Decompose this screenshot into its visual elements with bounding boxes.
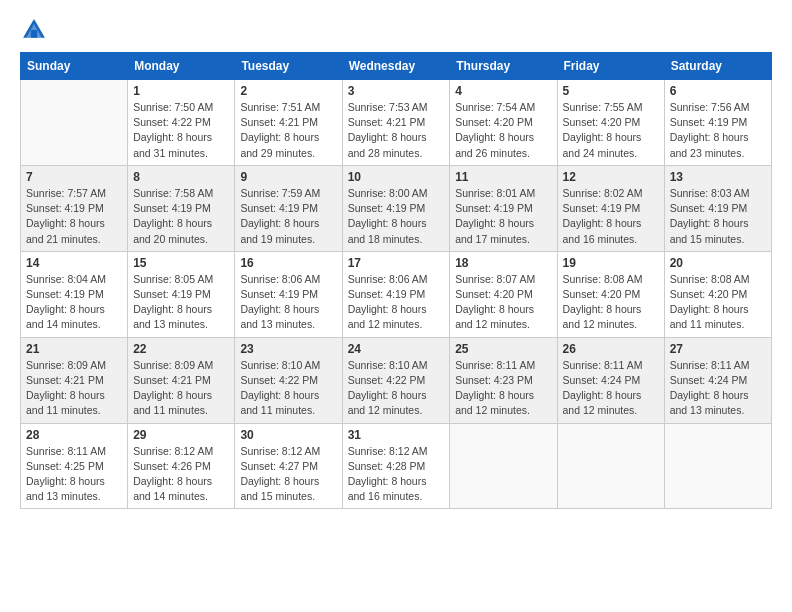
day-info: Sunrise: 7:54 AMSunset: 4:20 PMDaylight:… xyxy=(455,100,551,161)
day-info: Sunrise: 8:11 AMSunset: 4:23 PMDaylight:… xyxy=(455,358,551,419)
day-cell: 16Sunrise: 8:06 AMSunset: 4:19 PMDayligh… xyxy=(235,251,342,337)
day-cell: 25Sunrise: 8:11 AMSunset: 4:23 PMDayligh… xyxy=(450,337,557,423)
day-info: Sunrise: 8:11 AMSunset: 4:25 PMDaylight:… xyxy=(26,444,122,505)
day-cell: 30Sunrise: 8:12 AMSunset: 4:27 PMDayligh… xyxy=(235,423,342,509)
day-cell: 26Sunrise: 8:11 AMSunset: 4:24 PMDayligh… xyxy=(557,337,664,423)
day-number: 30 xyxy=(240,428,336,442)
week-row-3: 14Sunrise: 8:04 AMSunset: 4:19 PMDayligh… xyxy=(21,251,772,337)
day-info: Sunrise: 8:11 AMSunset: 4:24 PMDaylight:… xyxy=(670,358,766,419)
day-info: Sunrise: 8:12 AMSunset: 4:28 PMDaylight:… xyxy=(348,444,445,505)
day-number: 29 xyxy=(133,428,229,442)
day-info: Sunrise: 8:11 AMSunset: 4:24 PMDaylight:… xyxy=(563,358,659,419)
svg-rect-2 xyxy=(31,30,37,38)
day-info: Sunrise: 8:05 AMSunset: 4:19 PMDaylight:… xyxy=(133,272,229,333)
day-cell: 19Sunrise: 8:08 AMSunset: 4:20 PMDayligh… xyxy=(557,251,664,337)
header-thursday: Thursday xyxy=(450,53,557,80)
day-cell: 4Sunrise: 7:54 AMSunset: 4:20 PMDaylight… xyxy=(450,80,557,166)
day-cell: 10Sunrise: 8:00 AMSunset: 4:19 PMDayligh… xyxy=(342,165,450,251)
day-number: 27 xyxy=(670,342,766,356)
day-info: Sunrise: 8:06 AMSunset: 4:19 PMDaylight:… xyxy=(240,272,336,333)
day-number: 15 xyxy=(133,256,229,270)
day-cell: 22Sunrise: 8:09 AMSunset: 4:21 PMDayligh… xyxy=(128,337,235,423)
day-cell xyxy=(664,423,771,509)
day-cell: 14Sunrise: 8:04 AMSunset: 4:19 PMDayligh… xyxy=(21,251,128,337)
day-info: Sunrise: 8:09 AMSunset: 4:21 PMDaylight:… xyxy=(26,358,122,419)
day-cell: 20Sunrise: 8:08 AMSunset: 4:20 PMDayligh… xyxy=(664,251,771,337)
day-number: 21 xyxy=(26,342,122,356)
day-cell: 15Sunrise: 8:05 AMSunset: 4:19 PMDayligh… xyxy=(128,251,235,337)
day-cell: 17Sunrise: 8:06 AMSunset: 4:19 PMDayligh… xyxy=(342,251,450,337)
day-number: 12 xyxy=(563,170,659,184)
day-number: 9 xyxy=(240,170,336,184)
day-info: Sunrise: 8:10 AMSunset: 4:22 PMDaylight:… xyxy=(348,358,445,419)
day-number: 8 xyxy=(133,170,229,184)
day-number: 5 xyxy=(563,84,659,98)
day-number: 22 xyxy=(133,342,229,356)
day-cell: 7Sunrise: 7:57 AMSunset: 4:19 PMDaylight… xyxy=(21,165,128,251)
day-cell: 23Sunrise: 8:10 AMSunset: 4:22 PMDayligh… xyxy=(235,337,342,423)
day-number: 23 xyxy=(240,342,336,356)
day-cell: 18Sunrise: 8:07 AMSunset: 4:20 PMDayligh… xyxy=(450,251,557,337)
day-info: Sunrise: 8:03 AMSunset: 4:19 PMDaylight:… xyxy=(670,186,766,247)
day-info: Sunrise: 8:01 AMSunset: 4:19 PMDaylight:… xyxy=(455,186,551,247)
day-cell xyxy=(450,423,557,509)
day-number: 11 xyxy=(455,170,551,184)
calendar-header-row: SundayMondayTuesdayWednesdayThursdayFrid… xyxy=(21,53,772,80)
header-sunday: Sunday xyxy=(21,53,128,80)
day-cell: 21Sunrise: 8:09 AMSunset: 4:21 PMDayligh… xyxy=(21,337,128,423)
day-cell: 6Sunrise: 7:56 AMSunset: 4:19 PMDaylight… xyxy=(664,80,771,166)
day-number: 6 xyxy=(670,84,766,98)
day-number: 2 xyxy=(240,84,336,98)
day-number: 18 xyxy=(455,256,551,270)
day-cell: 13Sunrise: 8:03 AMSunset: 4:19 PMDayligh… xyxy=(664,165,771,251)
day-info: Sunrise: 8:09 AMSunset: 4:21 PMDaylight:… xyxy=(133,358,229,419)
day-cell: 24Sunrise: 8:10 AMSunset: 4:22 PMDayligh… xyxy=(342,337,450,423)
day-info: Sunrise: 8:04 AMSunset: 4:19 PMDaylight:… xyxy=(26,272,122,333)
header-saturday: Saturday xyxy=(664,53,771,80)
day-number: 7 xyxy=(26,170,122,184)
day-info: Sunrise: 7:59 AMSunset: 4:19 PMDaylight:… xyxy=(240,186,336,247)
day-info: Sunrise: 7:58 AMSunset: 4:19 PMDaylight:… xyxy=(133,186,229,247)
day-info: Sunrise: 8:08 AMSunset: 4:20 PMDaylight:… xyxy=(563,272,659,333)
day-number: 31 xyxy=(348,428,445,442)
week-row-2: 7Sunrise: 7:57 AMSunset: 4:19 PMDaylight… xyxy=(21,165,772,251)
day-number: 17 xyxy=(348,256,445,270)
header-friday: Friday xyxy=(557,53,664,80)
day-cell: 2Sunrise: 7:51 AMSunset: 4:21 PMDaylight… xyxy=(235,80,342,166)
logo-icon xyxy=(20,16,48,44)
day-info: Sunrise: 8:12 AMSunset: 4:27 PMDaylight:… xyxy=(240,444,336,505)
week-row-5: 28Sunrise: 8:11 AMSunset: 4:25 PMDayligh… xyxy=(21,423,772,509)
calendar-table: SundayMondayTuesdayWednesdayThursdayFrid… xyxy=(20,52,772,509)
day-cell: 27Sunrise: 8:11 AMSunset: 4:24 PMDayligh… xyxy=(664,337,771,423)
week-row-1: 1Sunrise: 7:50 AMSunset: 4:22 PMDaylight… xyxy=(21,80,772,166)
day-cell: 3Sunrise: 7:53 AMSunset: 4:21 PMDaylight… xyxy=(342,80,450,166)
day-number: 25 xyxy=(455,342,551,356)
day-info: Sunrise: 7:57 AMSunset: 4:19 PMDaylight:… xyxy=(26,186,122,247)
day-number: 13 xyxy=(670,170,766,184)
day-number: 3 xyxy=(348,84,445,98)
day-number: 24 xyxy=(348,342,445,356)
header-monday: Monday xyxy=(128,53,235,80)
day-cell: 9Sunrise: 7:59 AMSunset: 4:19 PMDaylight… xyxy=(235,165,342,251)
day-cell: 31Sunrise: 8:12 AMSunset: 4:28 PMDayligh… xyxy=(342,423,450,509)
day-info: Sunrise: 8:08 AMSunset: 4:20 PMDaylight:… xyxy=(670,272,766,333)
day-cell: 5Sunrise: 7:55 AMSunset: 4:20 PMDaylight… xyxy=(557,80,664,166)
day-info: Sunrise: 8:06 AMSunset: 4:19 PMDaylight:… xyxy=(348,272,445,333)
day-cell: 1Sunrise: 7:50 AMSunset: 4:22 PMDaylight… xyxy=(128,80,235,166)
day-number: 4 xyxy=(455,84,551,98)
day-info: Sunrise: 8:00 AMSunset: 4:19 PMDaylight:… xyxy=(348,186,445,247)
day-info: Sunrise: 7:51 AMSunset: 4:21 PMDaylight:… xyxy=(240,100,336,161)
day-info: Sunrise: 7:53 AMSunset: 4:21 PMDaylight:… xyxy=(348,100,445,161)
day-info: Sunrise: 8:02 AMSunset: 4:19 PMDaylight:… xyxy=(563,186,659,247)
header-wednesday: Wednesday xyxy=(342,53,450,80)
day-cell: 12Sunrise: 8:02 AMSunset: 4:19 PMDayligh… xyxy=(557,165,664,251)
day-info: Sunrise: 8:07 AMSunset: 4:20 PMDaylight:… xyxy=(455,272,551,333)
logo xyxy=(20,16,52,44)
day-cell xyxy=(21,80,128,166)
day-info: Sunrise: 7:55 AMSunset: 4:20 PMDaylight:… xyxy=(563,100,659,161)
day-cell: 11Sunrise: 8:01 AMSunset: 4:19 PMDayligh… xyxy=(450,165,557,251)
day-info: Sunrise: 8:12 AMSunset: 4:26 PMDaylight:… xyxy=(133,444,229,505)
day-number: 10 xyxy=(348,170,445,184)
day-cell: 28Sunrise: 8:11 AMSunset: 4:25 PMDayligh… xyxy=(21,423,128,509)
day-info: Sunrise: 8:10 AMSunset: 4:22 PMDaylight:… xyxy=(240,358,336,419)
